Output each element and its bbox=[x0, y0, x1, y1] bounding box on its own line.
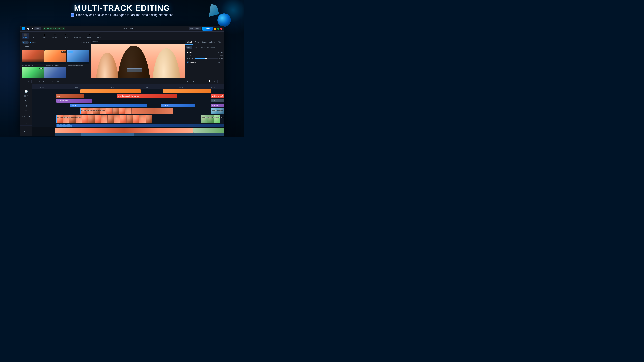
clip-main-video-2[interactable]: pexels-shvets-production-7516247.jpg 00:… bbox=[201, 115, 224, 123]
filters-reset-button[interactable]: ↺ bbox=[218, 51, 220, 54]
tool-select[interactable]: ↖ bbox=[22, 79, 26, 83]
clip-color-frame[interactable]: ✦ Color Frame bbox=[211, 99, 224, 102]
tab-speed[interactable]: Speed bbox=[201, 40, 209, 45]
maximize-button[interactable] bbox=[217, 28, 219, 30]
tab-local[interactable]: Local bbox=[22, 41, 29, 44]
tool-effects[interactable]: ✦ Effects bbox=[62, 32, 70, 39]
wave-19 bbox=[66, 124, 66, 127]
clip-main-video-1[interactable]: pexels-mary-taylor-6008916.jpg 00:00:08:… bbox=[56, 115, 201, 123]
wave-29 bbox=[71, 124, 71, 127]
media-thumb-1[interactable] bbox=[22, 50, 44, 64]
clip-waiting[interactable]: Waiting for my favorite songs bbox=[211, 94, 224, 98]
media-thumb-2[interactable]: 00:32 bbox=[44, 50, 66, 64]
clip-picnic[interactable]: ◎ Picnic bbox=[70, 104, 147, 107]
media-name-3: RE823568829291 4o.mp4 bbox=[67, 64, 89, 66]
mode-label: Mode bbox=[23, 36, 27, 38]
slider-thumb[interactable] bbox=[205, 58, 207, 59]
track-row-ai: ◎ Picnic ◎ Holiday ◎ Robust bbox=[32, 103, 224, 108]
wave-11 bbox=[62, 124, 62, 128]
clip-orange-2[interactable] bbox=[163, 89, 211, 93]
tool-prev[interactable]: ◁ bbox=[51, 79, 55, 83]
import-button[interactable]: ● Import bbox=[30, 41, 36, 43]
track-label-effects: ⚙ bbox=[20, 98, 32, 103]
filters-title: Filters bbox=[187, 51, 192, 53]
tool-transition[interactable]: ↔ Transition bbox=[73, 32, 82, 39]
tool-zoom-out[interactable]: − bbox=[197, 79, 200, 83]
tab-visual[interactable]: Visual bbox=[186, 40, 193, 45]
subtab-cutout[interactable]: Cutout bbox=[193, 46, 200, 49]
tool-warn[interactable]: ⚠ bbox=[56, 79, 60, 83]
mini-clip-cover[interactable] bbox=[55, 128, 193, 133]
tool-undo[interactable]: ↶ bbox=[32, 79, 36, 83]
effects-reset-button[interactable]: ↺ bbox=[218, 61, 220, 64]
clip-holiday[interactable]: ◎ Holiday bbox=[161, 104, 195, 107]
tool-redo[interactable]: ↷ bbox=[37, 79, 41, 83]
tool-view-1[interactable]: ⊞ bbox=[177, 79, 180, 83]
clip-camera-shake[interactable]: ✦ Camera Shake bbox=[56, 99, 92, 103]
tool-view-4[interactable]: ⊞ bbox=[191, 79, 195, 83]
list-item[interactable]: CPRTMM0534nov bbox=[22, 50, 44, 66]
zoom-slider[interactable] bbox=[202, 81, 212, 81]
filter-name-row: Name 90s bbox=[187, 55, 222, 57]
tab-adjust[interactable]: Adjust bbox=[216, 40, 224, 45]
main-video-label: pexels-mary-taylor-6008916.jpg 00:00:08:… bbox=[57, 116, 81, 119]
clip-robust[interactable]: ◎ Robust bbox=[211, 104, 224, 107]
tool-dropdown[interactable]: ▼ bbox=[27, 79, 30, 83]
tool-view-2[interactable]: ⊡ bbox=[182, 79, 185, 83]
minimize-button[interactable] bbox=[214, 28, 216, 30]
clip-orange-1[interactable] bbox=[80, 89, 141, 93]
playhead[interactable] bbox=[43, 84, 44, 89]
export-button[interactable]: Export bbox=[202, 27, 213, 30]
tool-split[interactable]: ⫿ bbox=[42, 79, 46, 83]
clip-video-upper-1[interactable]: pexels-mary-taylor-6008893.jpg 00:00:05:… bbox=[80, 108, 173, 114]
tool-zoom-in[interactable]: + bbox=[213, 79, 216, 83]
tool-mic[interactable]: 🎙 bbox=[172, 79, 176, 83]
tool-fullscreen[interactable]: ⊡ bbox=[218, 79, 222, 83]
zoom-thumb[interactable] bbox=[209, 80, 210, 82]
track-area[interactable]: 00:00 00:02 00:04 00:06 00:08 00:10 bbox=[32, 84, 224, 132]
tool-stickers[interactable]: ★ Stickers bbox=[51, 32, 59, 39]
tool-mode[interactable]: ⬛ Mode bbox=[22, 32, 28, 39]
frame-8 bbox=[125, 108, 132, 114]
mini-clip-cover-2[interactable] bbox=[193, 128, 224, 133]
subtab-basic[interactable]: Basic bbox=[186, 46, 192, 49]
tool-crop[interactable]: ⊡ bbox=[66, 79, 69, 83]
menu-button[interactable]: Menu bbox=[34, 27, 42, 30]
filters-header: Filters ↺ + bbox=[187, 51, 222, 54]
tool-view-3[interactable]: ⊟ bbox=[186, 79, 190, 83]
shortcut-button[interactable]: ⌨ Shortcut bbox=[189, 27, 201, 30]
tool-rotate[interactable]: ↺ bbox=[61, 79, 64, 83]
video-label-upper-1: pexels-mary-taylor-6008893.jpg 00:00:05:… bbox=[81, 109, 105, 112]
check-icon: ✓ bbox=[187, 61, 188, 63]
filter-strength-slider[interactable] bbox=[194, 58, 218, 59]
list-view-button[interactable]: ≡ bbox=[88, 41, 89, 43]
close-button[interactable] bbox=[220, 28, 222, 30]
clip-vlog[interactable]: vlog bbox=[56, 94, 84, 98]
subtab-background[interactable]: Background bbox=[206, 46, 216, 49]
media-thumb-3[interactable]: Added bbox=[67, 50, 89, 64]
mini-clip-audio[interactable] bbox=[55, 133, 224, 136]
grid-view-button[interactable]: ⊞ bbox=[85, 41, 87, 43]
effects-checkbox[interactable]: ✓ bbox=[187, 61, 189, 63]
tab-animate[interactable]: Animate bbox=[208, 40, 216, 45]
filters-add-button[interactable]: + bbox=[221, 51, 222, 54]
effects-add-button[interactable]: + bbox=[221, 61, 222, 64]
tool-text[interactable]: T Text bbox=[42, 32, 48, 39]
video-filename-2: 3.png 00:00:05:27 bbox=[212, 110, 222, 111]
media-duration-4: 00:32 bbox=[39, 67, 43, 69]
tool-delete[interactable]: ▭ bbox=[46, 79, 50, 83]
tool-audio[interactable]: ♪ Audio bbox=[32, 32, 38, 39]
list-item[interactable]: Added RE823568829291 4o.mp4 bbox=[67, 50, 89, 66]
tool-adjust[interactable]: ≡ Adjust bbox=[96, 32, 102, 39]
tool-filters[interactable]: ⚙ Filters bbox=[85, 32, 92, 39]
video-upper-icon: ▭ bbox=[25, 108, 27, 112]
subtab-mask[interactable]: Mask bbox=[200, 46, 206, 49]
mini-audio-waveform bbox=[55, 133, 224, 136]
track-label-cover: 🔊 ⊡ Cover bbox=[20, 112, 32, 121]
clip-video-upper-2[interactable]: 3.png 00:00:05:27 bbox=[211, 108, 224, 114]
tab-audio[interactable]: Audio bbox=[193, 40, 201, 45]
adjust-icon: ≡ bbox=[98, 33, 100, 36]
clip-sing-along[interactable]: When they played I'd sing along bbox=[116, 94, 177, 98]
list-item[interactable]: 00:32 RE823688729441 2.mp4 bbox=[44, 50, 66, 66]
wave-9 bbox=[61, 124, 61, 127]
